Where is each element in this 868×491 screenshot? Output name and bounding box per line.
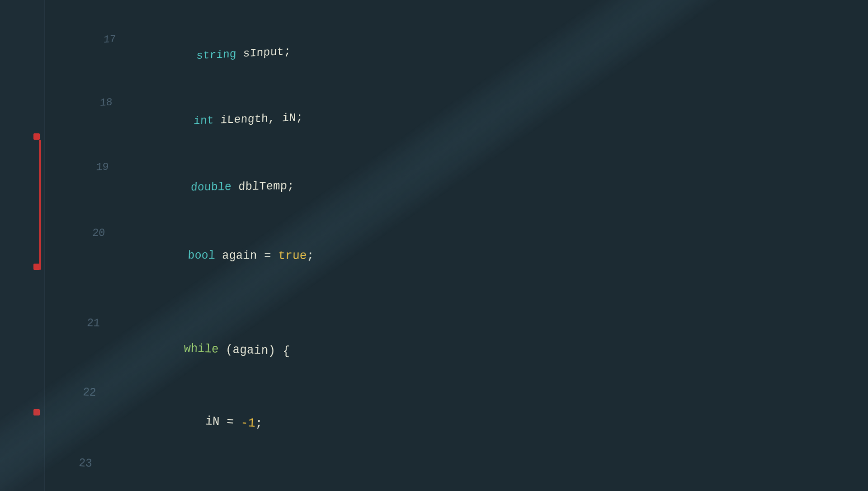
editor-gutter [0,0,45,491]
bookmark-marker-22 [33,133,40,140]
line-number-23: 23 [72,451,100,476]
token-true: true [278,249,307,263]
token-bool-type: bool [188,249,216,262]
code-editor: 17 string sInput; 18 int iLength, iN; 19… [0,0,868,491]
token-while: while [184,342,219,356]
token-semi: ; [307,249,314,263]
token-type: int [193,114,214,127]
token-type: string [196,48,236,62]
line-number-20: 20 [85,222,113,244]
token-ident: sInput; [236,45,291,61]
token-ident: again = [202,488,260,491]
token-ident: dblTemp; [231,179,295,194]
code-content: 17 string sInput; 18 int iLength, iN; 19… [68,0,868,491]
scope-line [39,140,41,270]
token-type: double [190,180,231,194]
token-num: -1 [241,415,255,430]
token-ident: iLength, iN; [213,111,303,127]
code-line-20: 20 bool again = true; [79,217,868,298]
line-number-17: 17 [97,28,123,51]
line-code-20: bool again = true; [109,217,868,298]
token-ident: again = [215,249,278,263]
line-number-22: 22 [76,380,104,405]
token-ident: iN = [205,414,241,430]
line-number-21: 21 [80,312,108,335]
line-number-blank1 [83,289,109,289]
token-semi: ; [255,416,263,431]
line-number-19: 19 [90,156,117,178]
bookmark-marker-29 [33,264,40,270]
line-number-18: 18 [93,91,120,113]
bookmark-marker-35 [33,409,40,415]
token-ident: (again) { [218,343,290,359]
